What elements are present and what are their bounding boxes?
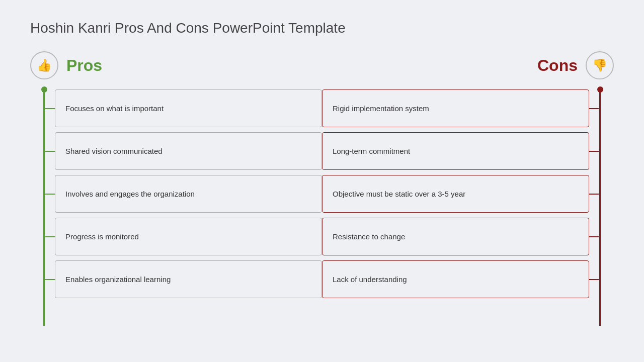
pros-tick-1 [45,108,55,109]
pros-tick-5 [45,279,55,280]
pros-tick-2 [45,151,55,152]
thumbs-down-icon: 👎 [586,51,614,79]
pros-items-list: Focuses on what is important Shared visi… [55,89,322,298]
pros-side: 👍 Pros Focuses on what is important Shar… [30,51,322,326]
slide-title: Hoshin Kanri Pros And Cons PowerPoint Te… [30,20,614,36]
pros-item-3: Involves and engages the organization [55,175,322,213]
pros-item-1: Focuses on what is important [55,89,322,127]
cons-line-dot [597,86,603,93]
pros-item-4: Progress is monitored [55,218,322,255]
pros-vertical-line [43,89,45,326]
cons-tick-3 [589,194,599,195]
cons-item-1: Rigid implementation system [322,89,589,127]
cons-tick-2 [589,151,599,152]
cons-label: Cons [537,56,578,75]
pros-label: Pros [66,56,102,75]
pros-tick-4 [45,236,55,237]
cons-tick-4 [589,236,599,237]
pros-line-container: Focuses on what is important Shared visi… [30,89,322,326]
cons-item-4: Resistance to change [322,218,589,255]
cons-items-list: Rigid implementation system Long-term co… [322,89,589,298]
pros-item-5: Enables organizational learning [55,260,322,298]
cons-vertical-line [599,89,601,326]
cons-side: Cons 👎 Rigid implementation system Long-… [322,51,614,326]
pros-item-2: Shared vision communicated [55,132,322,170]
cons-header: Cons 👎 [537,51,614,79]
pros-line-dot [41,86,47,93]
pros-header: 👍 Pros [30,51,102,79]
slide: Hoshin Kanri Pros And Cons PowerPoint Te… [0,0,644,362]
content-area: 👍 Pros Focuses on what is important Shar… [30,51,614,326]
cons-item-2: Long-term commitment [322,132,589,170]
cons-tick-5 [589,279,599,280]
pros-tick-3 [45,194,55,195]
cons-item-3: Objective must be static over a 3-5 year [322,175,589,213]
cons-line-container: Rigid implementation system Long-term co… [322,89,614,326]
thumbs-up-icon: 👍 [30,51,58,79]
cons-item-5: Lack of understanding [322,260,589,298]
cons-tick-1 [589,108,599,109]
